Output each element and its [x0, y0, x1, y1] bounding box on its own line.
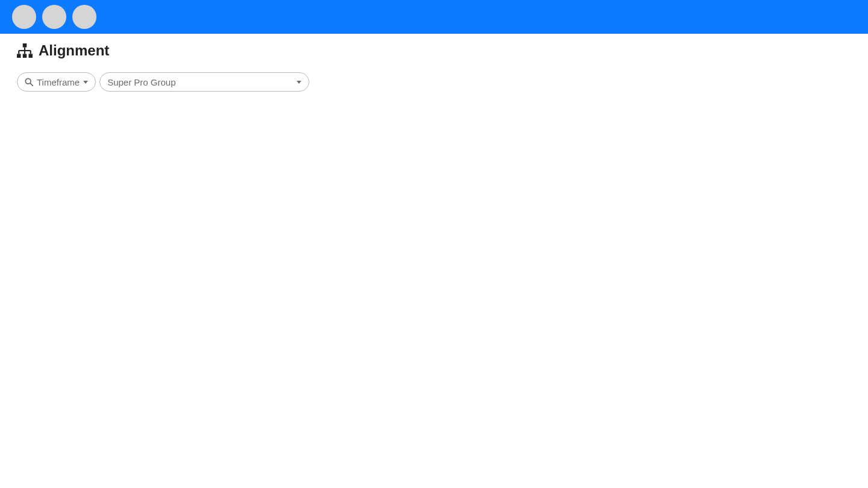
title-bar — [0, 0, 868, 34]
svg-rect-0 — [23, 43, 27, 48]
group-selected-label: Super Pro Group — [107, 77, 175, 87]
alignment-icon — [17, 43, 33, 58]
page-title: Alignment — [39, 42, 109, 59]
window-control-circle[interactable] — [42, 5, 66, 29]
search-icon — [25, 78, 33, 86]
svg-rect-8 — [29, 54, 33, 58]
page-header: Alignment — [17, 42, 851, 59]
chevron-down-icon — [297, 81, 301, 84]
window-control-circle[interactable] — [72, 5, 96, 29]
filter-bar: Timeframe Super Pro Group — [17, 72, 851, 92]
group-dropdown[interactable]: Super Pro Group — [99, 72, 309, 92]
chevron-down-icon — [83, 81, 88, 84]
svg-rect-7 — [23, 54, 27, 58]
timeframe-dropdown[interactable]: Timeframe — [17, 72, 96, 92]
window-control-circle[interactable] — [12, 5, 36, 29]
content-area: Alignment Timeframe Super Pro Group — [0, 34, 868, 100]
svg-line-10 — [30, 83, 33, 86]
timeframe-label: Timeframe — [37, 77, 80, 87]
svg-rect-6 — [17, 54, 21, 58]
